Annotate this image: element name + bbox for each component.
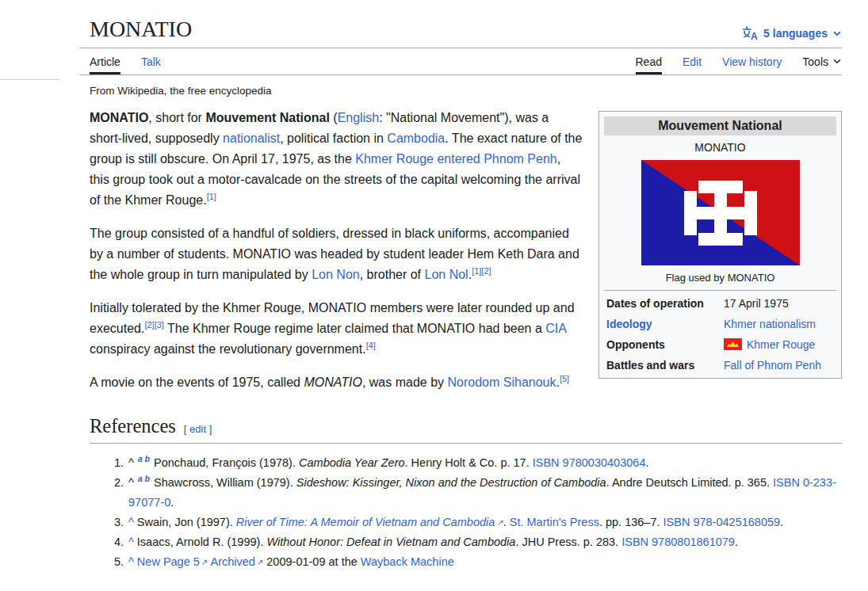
tab-view-history[interactable]: View history: [722, 48, 782, 74]
edit-section-link[interactable]: edit: [189, 423, 206, 435]
infobox-subtitle: MONATIO: [602, 138, 839, 155]
khmer-rouge-flag-icon: [724, 338, 742, 350]
page-title: MONATIO: [90, 16, 192, 43]
external-link[interactable]: Archived↗: [210, 555, 263, 568]
wiki-link[interactable]: CIA: [545, 322, 566, 335]
edit-bracket: ]: [206, 423, 212, 435]
translate-icon: A: [742, 25, 759, 41]
article-header: MONATIO A 5 languages: [79, 0, 842, 48]
reference-backlink-letters[interactable]: a b: [137, 474, 151, 483]
reference-citation-link[interactable]: [3]: [155, 320, 164, 330]
languages-button[interactable]: A 5 languages: [742, 25, 842, 41]
wiki-link[interactable]: nationalist: [223, 132, 280, 145]
wiki-link[interactable]: Khmer Rouge entered Phnom Penh: [355, 152, 556, 166]
article-tabs-bar: Article Talk Read Edit View history Tool…: [79, 48, 842, 75]
reference-item: ^ a b Shawcross, William (1979). Sidesho…: [127, 473, 842, 513]
reference-citation-link[interactable]: [5]: [560, 374, 569, 383]
khmer-nationalism-link[interactable]: Khmer nationalism: [724, 318, 816, 330]
khmer-rouge-link[interactable]: Khmer Rouge: [747, 338, 815, 351]
reference-item: ^ a b Ponchaud, François (1978). Cambodi…: [127, 453, 842, 473]
reference-item: ^ Swain, Jon (1997). River of Time: A Me…: [127, 513, 842, 532]
wiki-link[interactable]: Lon Nol: [425, 268, 468, 281]
wiki-link[interactable]: Norodom Sihanouk: [448, 376, 556, 389]
row-label: Opponents: [606, 337, 724, 352]
infobox: Mouvement National MONATIO: [598, 111, 842, 379]
monatio-flag-image[interactable]: [602, 155, 839, 269]
languages-label: 5 languages: [763, 27, 828, 40]
article-body: Mouvement National MONATIO: [79, 108, 842, 572]
wiki-link[interactable]: ^: [128, 536, 134, 548]
external-link[interactable]: New Page 5↗: [137, 555, 208, 568]
row-value: 17 April 1975: [724, 296, 834, 311]
reference-citation-link[interactable]: [4]: [366, 341, 376, 350]
wiki-link[interactable]: ^: [128, 555, 134, 568]
reference-citation-link[interactable]: [1]: [207, 192, 216, 201]
flag-caption: Flag used by MONATIO: [602, 269, 839, 290]
tab-edit[interactable]: Edit: [683, 48, 702, 74]
row-label: Dates of operation: [606, 296, 724, 311]
tools-menu-button[interactable]: Tools: [802, 48, 842, 74]
external-link-icon: ↗: [200, 558, 208, 566]
infobox-row-opponents: Opponents Khmer Rouge: [604, 334, 836, 355]
chevron-down-icon: [832, 55, 842, 68]
tab-read[interactable]: Read: [636, 48, 662, 74]
svg-text:A: A: [751, 31, 758, 41]
wiki-link[interactable]: St. Martin's Press: [510, 516, 599, 528]
fall-of-phnom-penh-link[interactable]: Fall of Phnom Penh: [724, 359, 821, 372]
references-heading-text: References: [90, 415, 176, 437]
tab-article[interactable]: Article: [90, 48, 120, 74]
references-heading: References[ edit ]: [90, 415, 842, 444]
reference-item: ^ New Page 5↗ Archived↗ 2009-01-09 at th…: [127, 552, 842, 572]
infobox-row-dates: Dates of operation 17 April 1975: [604, 293, 836, 314]
tools-label: Tools: [802, 55, 828, 68]
reference-item: ^ Isaacs, Arnold R. (1999). Without Hono…: [127, 532, 842, 552]
external-link[interactable]: River of Time: A Memoir of Vietnam and C…: [236, 516, 503, 528]
chevron-down-icon: [832, 29, 842, 38]
row-label: Battles and wars: [606, 358, 724, 372]
reference-citation-link[interactable]: [2]: [481, 266, 491, 276]
wiki-link[interactable]: ISBN 9780801861079: [621, 536, 735, 548]
references-list: ^ a b Ponchaud, François (1978). Cambodi…: [90, 453, 842, 572]
wiki-link[interactable]: Lon Non: [312, 268, 360, 281]
tab-talk[interactable]: Talk: [141, 48, 161, 74]
ideology-link[interactable]: Ideology: [606, 317, 724, 331]
wiki-link[interactable]: English: [338, 111, 379, 124]
wiki-link[interactable]: Wayback Machine: [361, 555, 454, 568]
wiki-link[interactable]: ISBN 9780030403064: [533, 456, 646, 469]
infobox-row-ideology: Ideology Khmer nationalism: [604, 314, 836, 334]
site-tagline: From Wikipedia, the free encyclopedia: [79, 75, 842, 97]
infobox-table: Dates of operation 17 April 1975 Ideolog…: [604, 290, 836, 376]
wiki-link[interactable]: ISBN 978-0425168059: [663, 516, 781, 528]
reference-backlink-letters[interactable]: a b: [137, 454, 151, 463]
external-link-icon: ↗: [255, 558, 263, 566]
wikipedia-article-page: MONATIO A 5 languages: [0, 0, 868, 591]
sidebar-divider: [0, 79, 59, 80]
infobox-title: Mouvement National: [604, 116, 836, 135]
wiki-link[interactable]: Cambodia: [387, 132, 445, 145]
infobox-row-battles: Battles and wars Fall of Phnom Penh: [604, 355, 836, 376]
external-link-icon: ↗: [495, 518, 503, 527]
reference-citation-link[interactable]: [2]: [144, 320, 154, 330]
reference-citation-link[interactable]: [1]: [472, 266, 481, 276]
wiki-link[interactable]: ^: [128, 516, 134, 528]
edit-bracket: [: [184, 423, 189, 435]
